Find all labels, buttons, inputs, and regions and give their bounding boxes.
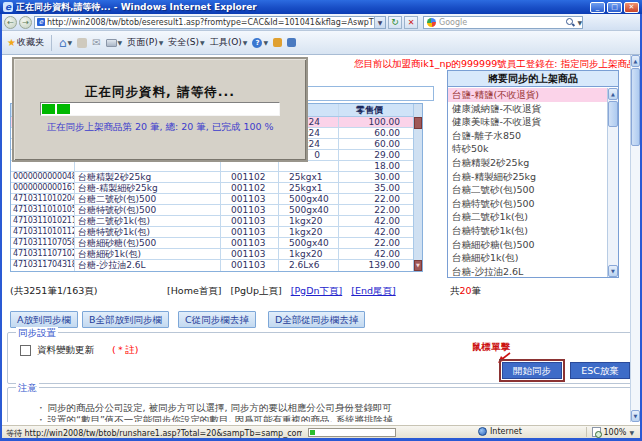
table-cell: 18.00	[339, 161, 406, 171]
listbox-scroll-down-icon[interactable]: ▼	[608, 265, 618, 277]
sync-list-item[interactable]: 台糖二號砂(包)500	[448, 183, 607, 197]
address-dropdown-icon[interactable]: ▼	[374, 16, 385, 29]
notice-list: 同步的商品分公司設定, 被同步方可以選擇, 同步方的要以相應分公司身份登錄即可設…	[36, 402, 634, 422]
page-zoom-icon	[592, 427, 601, 437]
table-row[interactable]: 4710311704318台糖-沙拉油2.6L0011032.6Lx6139.0…	[11, 260, 422, 271]
table-row[interactable]: 4710311107058台糖細砂糖(包)500001103500gx4022.…	[11, 238, 422, 249]
table-scrollbar-down-icon[interactable]: ▼	[414, 260, 422, 271]
table-cell: 台糖-精製細砂25kg	[75, 183, 221, 193]
sync-count: 共20筆	[450, 285, 481, 298]
close-button[interactable]: ✕	[624, 2, 639, 13]
table-row[interactable]: 0000000000161台糖-精製細砂25kg00110225kgx135.0…	[11, 183, 422, 194]
search-dropdown-icon[interactable]: ▼	[577, 19, 582, 26]
search-icon[interactable]	[566, 18, 575, 27]
sync-list-item[interactable]: 健康減納鹽-不收退貨	[448, 102, 607, 116]
page-scroll-down-icon[interactable]: ▼	[631, 410, 640, 422]
sync-count-number: 20	[460, 285, 472, 296]
favorites-button[interactable]: ★ 收藏夹	[7, 36, 44, 49]
table-cell: 4710311010204	[11, 194, 75, 204]
listbox-scroll-up-icon[interactable]: ▲	[608, 88, 618, 100]
table-row[interactable]: 0000000000048台糖精製2砂25kg00110225kgx130.00	[11, 172, 422, 183]
pager-end-link[interactable]: [End尾頁]	[351, 285, 395, 296]
sync-list-item[interactable]: 台鹽-精鹽(不收退貨)	[448, 88, 607, 102]
page-scrollbar-thumb[interactable]	[631, 68, 640, 146]
menu-tools[interactable]: 工具(O)▼	[210, 36, 248, 49]
minimize-button[interactable]: _	[590, 2, 605, 13]
sync-list-item[interactable]: 台糖細砂1k(包)	[448, 251, 607, 265]
progress-bar	[40, 102, 280, 116]
table-cell: 0000000000048	[11, 172, 75, 182]
add-to-sync-button[interactable]: A放到同步欄	[10, 311, 78, 328]
maximize-button[interactable]: □	[607, 2, 622, 13]
pager-pgdn-link[interactable]: [PgDn下頁]	[291, 285, 343, 296]
table-scrollbar[interactable]: ▼	[413, 104, 422, 271]
table-scrollbar-thumb[interactable]	[414, 117, 422, 129]
zone-label: Internet	[490, 427, 522, 436]
stop-button[interactable]: ✕	[404, 16, 418, 29]
sync-list-item[interactable]: 台糖-精製細砂25kg	[448, 170, 607, 184]
remove-from-sync-button[interactable]: C從同步欄去掉	[178, 311, 256, 328]
table-cell: 4710311010105	[11, 205, 75, 215]
page-content: 您目前以加盟商ik1_np的999999號員工登錄在: 指定同步上架商品幫助 零…	[2, 55, 640, 422]
home-button[interactable]: ⌂ ▼	[59, 37, 72, 49]
table-cell: 500gx40	[279, 194, 339, 204]
remove-all-from-sync-button[interactable]: D全部從同步欄去掉	[268, 311, 365, 328]
data-update-checkbox[interactable]	[20, 345, 31, 356]
sync-list-item[interactable]: 特砂50k	[448, 142, 607, 156]
sync-list-item[interactable]: 台糖-沙拉油2.6L	[448, 265, 607, 277]
listbox-scrollbar[interactable]: ▲ ▼	[607, 88, 618, 277]
esc-cancel-button[interactable]: ESC放棄	[570, 362, 630, 379]
sync-list-item[interactable]: 健康美味鹽-不收退貨	[448, 115, 607, 129]
sync-list-item[interactable]: 台糖精製2砂25kg	[448, 156, 607, 170]
menu-page[interactable]: 页面(P)▼	[127, 36, 163, 49]
toolbar-extra-icon-1[interactable]	[273, 38, 282, 47]
table-cell: 台糖細砂1k(包)	[75, 249, 221, 259]
zoom-dropdown-icon[interactable]: ▼	[629, 429, 634, 436]
search-input[interactable]: Google ▼	[423, 16, 583, 29]
sync-list-item[interactable]: 台糖特號砂1k(包)	[448, 224, 607, 238]
forward-button[interactable]: →	[19, 16, 32, 29]
print-button[interactable]: ▼	[106, 39, 123, 47]
address-input[interactable]: e http://win2008/tw/btob/eseresult1.asp?…	[34, 16, 386, 29]
browser-window: e 正在同步資料,請等待... - Windows Internet Explo…	[0, 0, 642, 441]
table-cell: 22.00	[339, 205, 406, 215]
table-row[interactable]: 4710311010204台糖二號砂(包)500001103500gx4022.…	[11, 194, 422, 205]
table-cell: 001102	[221, 183, 279, 193]
status-bar: 等待 http://win2008/tw/btob/runshare1.asp?…	[2, 425, 640, 438]
table-row[interactable]: 4710311010105台糖特號砂(包)500001103500gx4022.…	[11, 205, 422, 216]
mail-icon[interactable]: ✉	[92, 37, 100, 48]
table-row[interactable]: 4710311010211台糖二號砂1k(包)0011031kgx2042.00	[11, 216, 422, 227]
table-row[interactable]: 4710311010112台糖特號砂1k(包)0011031kgx2042.00	[11, 227, 422, 238]
page-favicon-icon: e	[37, 18, 45, 26]
progress-block	[57, 104, 70, 114]
table-cell: 30.00	[339, 172, 406, 182]
help-button[interactable]: ? ▼	[252, 38, 268, 48]
sync-list-item[interactable]: 台糖二號砂1k(包)	[448, 210, 607, 224]
page-scrollbar[interactable]: ▲ ▼	[630, 55, 640, 422]
table-cell: 1kgx20	[279, 216, 339, 226]
zoom-level: 100%	[604, 428, 627, 437]
refresh-button[interactable]: ↻	[388, 16, 402, 29]
table-row[interactable]: 18.00	[11, 161, 422, 172]
table-cell: 35.00	[339, 183, 406, 193]
table-row[interactable]: 4710311107102台糖細砂1k(包)0011031kgx2042.00	[11, 249, 422, 260]
menu-safety[interactable]: 安全(S)▼	[168, 36, 204, 49]
add-all-to-sync-button[interactable]: B全部放到同步欄	[82, 311, 169, 328]
table-cell: 001103	[221, 205, 279, 215]
page-scroll-up-icon[interactable]: ▲	[631, 55, 640, 67]
sync-list-item[interactable]: 台糖特號砂(包)500	[448, 197, 607, 211]
favorites-label: 收藏夹	[17, 36, 44, 49]
table-cell: 500gx40	[279, 205, 339, 215]
table-cell: 139.00	[339, 260, 406, 271]
table-cell: 2.6Lx6	[279, 260, 339, 271]
table-cell: 25kgx1	[279, 172, 339, 182]
start-sync-button[interactable]: 開始同步	[502, 362, 562, 379]
feeds-icon[interactable]	[77, 38, 87, 48]
sync-list-item[interactable]: 台鹽-離子水850	[448, 129, 607, 143]
table-cell: 4710311010211	[11, 216, 75, 226]
listbox-scrollbar-thumb[interactable]	[608, 101, 618, 127]
toolbar-extra-icon-2[interactable]	[287, 38, 296, 47]
back-button[interactable]: ←	[4, 16, 17, 29]
sync-panel-title: 將要同步的上架商品	[448, 71, 618, 87]
sync-list-item[interactable]: 台糖細砂糖(包)500	[448, 238, 607, 252]
